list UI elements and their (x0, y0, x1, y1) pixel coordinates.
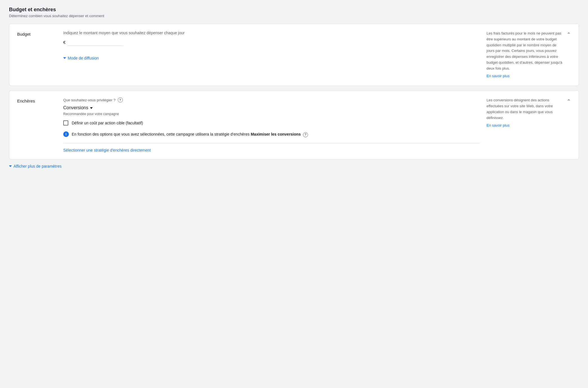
page-title: Budget et enchères (9, 7, 579, 13)
show-more-chevron-icon (9, 165, 12, 167)
encheres-label: Enchères (17, 97, 56, 103)
diffusion-toggle: Mode de diffusion (63, 51, 480, 60)
chevron-down-icon (63, 57, 66, 59)
info-help-icon[interactable]: ? (303, 132, 308, 137)
info-icon: i (63, 131, 69, 137)
show-more-row: Afficher plus de paramètres (9, 164, 579, 168)
currency-symbol: € (63, 40, 65, 45)
budget-input[interactable] (67, 38, 123, 46)
info-text-before: En fonction des options que vous avez sé… (72, 132, 250, 136)
show-more-label: Afficher plus de paramètres (13, 164, 62, 168)
page-subtitle: Déterminez combien vous souhaitez dépens… (9, 14, 579, 18)
recommended-label: Recommandée pour votre campagne (63, 112, 480, 116)
budget-instruction: Indiquez le montant moyen que vous souha… (63, 31, 480, 35)
question-label: Que souhaitez-vous privilégier ? (63, 98, 116, 102)
encheres-card: Enchères Que souhaitez-vous privilégier … (9, 90, 579, 159)
strategy-link[interactable]: Sélectionner une stratégie d'enchères di… (63, 148, 151, 152)
encheres-hint-text: Les conversions désignent des actions ef… (487, 97, 564, 121)
budget-main: Indiquez le montant moyen que vous souha… (63, 31, 480, 60)
dropdown-value: Conversions (63, 105, 88, 110)
diffusion-link[interactable]: Mode de diffusion (63, 56, 480, 60)
checkbox-action-label: Définir un coût par action cible (facult… (72, 121, 143, 125)
info-text-bold: Maximiser les conversions (251, 132, 301, 136)
encheres-hint: ⌃ Les conversions désignent des actions … (487, 97, 571, 128)
budget-hint-text: Les frais facturés pour le mois ne peuve… (487, 31, 564, 72)
budget-card: Budget Indiquez le montant moyen que vou… (9, 24, 579, 86)
info-text: En fonction des options que vous avez sé… (72, 131, 308, 137)
budget-hint-link[interactable]: En savoir plus (487, 73, 510, 79)
checkbox-action-cible[interactable] (63, 120, 68, 125)
budget-input-row: € (63, 38, 480, 46)
checkbox-row: Définir un coût par action cible (facult… (63, 120, 480, 125)
conversions-dropdown[interactable]: Conversions (63, 105, 93, 110)
budget-hint-toggle[interactable]: ⌃ (567, 31, 571, 39)
question-row: Que souhaitez-vous privilégier ? ? (63, 97, 480, 102)
encheres-hint-toggle[interactable]: ⌃ (567, 97, 571, 106)
divider (63, 143, 480, 143)
info-row: i En fonction des options que vous avez … (63, 131, 480, 137)
help-icon[interactable]: ? (118, 97, 123, 102)
dropdown-arrow-icon (90, 107, 93, 109)
show-more-link[interactable]: Afficher plus de paramètres (9, 164, 62, 168)
encheres-hint-link[interactable]: En savoir plus (487, 123, 510, 129)
encheres-main: Que souhaitez-vous privilégier ? ? Conve… (63, 97, 480, 152)
budget-hint: ⌃ Les frais facturés pour le mois ne peu… (487, 31, 571, 79)
budget-label: Budget (17, 31, 56, 36)
page-header: Budget et enchères Déterminez combien vo… (9, 7, 579, 18)
